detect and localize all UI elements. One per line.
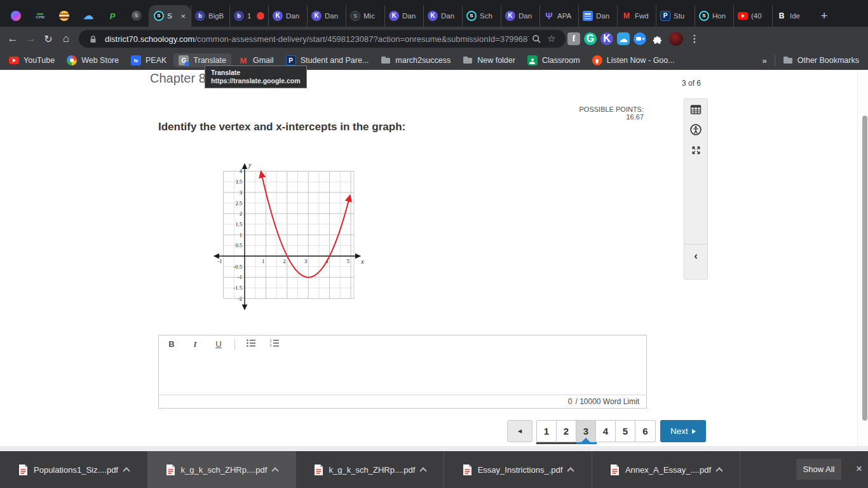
browser-tab[interactable]: SHon xyxy=(695,5,733,27)
bookmark-student[interactable]: Student and Pare... xyxy=(286,55,369,65)
page-button-2[interactable]: 2 xyxy=(557,421,576,442)
bigbluebutton-icon: b xyxy=(234,11,244,21)
pinned-tab[interactable] xyxy=(100,5,125,27)
reload-icon[interactable] xyxy=(39,30,57,48)
prev-page-button[interactable]: ◀ xyxy=(507,420,532,442)
browser-tab[interactable]: b1 xyxy=(229,5,268,27)
browser-tab[interactable]: KDan xyxy=(268,5,307,27)
pinned-tab[interactable] xyxy=(125,5,149,27)
browser-tab[interactable]: Dan xyxy=(578,5,617,27)
forward-icon[interactable] xyxy=(22,30,39,48)
pinned-tab[interactable] xyxy=(4,5,28,27)
pinned-tab[interactable] xyxy=(76,5,100,27)
numbered-list-button[interactable]: 12 xyxy=(269,338,280,350)
browser-tab[interactable]: bBigB xyxy=(191,5,229,27)
pinned-tab[interactable] xyxy=(28,5,52,27)
italic-button[interactable]: I xyxy=(190,339,200,349)
folder-icon xyxy=(381,55,391,65)
chevron-up-icon[interactable] xyxy=(715,467,722,474)
listen-icon xyxy=(592,55,602,65)
download-item[interactable]: Essay_Instrictions_.pdf xyxy=(444,451,592,488)
close-tab-icon[interactable]: × xyxy=(180,11,186,21)
svg-text:0.5: 0.5 xyxy=(235,242,242,248)
home-icon[interactable] xyxy=(57,30,75,48)
show-all-downloads-button[interactable]: Show All xyxy=(796,459,841,480)
drive-cloud-icon[interactable] xyxy=(617,32,630,45)
folder-icon xyxy=(463,55,473,65)
other-bookmarks[interactable]: Other Bookmarks xyxy=(783,55,859,65)
back-icon[interactable] xyxy=(4,30,22,48)
browser-tab[interactable]: MFwd xyxy=(617,5,656,27)
bookmark-youtube[interactable]: YouTube xyxy=(9,56,55,65)
pdf-file-icon xyxy=(314,464,323,476)
bookmarks-overflow-icon[interactable] xyxy=(763,56,767,65)
next-button[interactable]: Next xyxy=(660,420,706,442)
browser-tab[interactable]: SMic xyxy=(346,5,384,27)
browser-tab[interactable]: KDan xyxy=(501,5,539,27)
zoom-icon[interactable] xyxy=(634,32,646,45)
close-downloads-bar-icon[interactable]: × xyxy=(850,460,868,478)
pinned-tab[interactable] xyxy=(52,5,76,27)
kami-icon: K xyxy=(505,11,515,21)
tooltip-url: https://translate.google.com xyxy=(211,77,301,85)
underline-button[interactable]: U xyxy=(214,339,224,349)
download-item[interactable]: Annex_A_Essay_....pdf xyxy=(592,451,740,488)
puzzle-icon[interactable] xyxy=(650,31,665,46)
youtube-icon xyxy=(9,57,19,64)
browser-tab[interactable]: BIde xyxy=(772,5,811,27)
bookmark-label: Classroom xyxy=(542,56,580,65)
browser-tab[interactable]: KDan xyxy=(307,5,346,27)
bold-button[interactable]: B xyxy=(166,339,177,349)
kami-icon[interactable] xyxy=(600,32,613,45)
browser-tab[interactable]: PStu xyxy=(656,5,695,27)
download-item[interactable]: Populations1_Siz....pdf xyxy=(0,451,148,488)
download-item[interactable]: k_g_k_sch_ZHRp....pdf xyxy=(296,451,444,488)
chevron-up-icon[interactable] xyxy=(567,467,574,474)
question-prompt: Identify the vertex and x-intercepts in … xyxy=(158,121,405,133)
bookmark-peak[interactable]: PEAK xyxy=(131,55,166,65)
chevron-up-icon[interactable] xyxy=(123,467,130,474)
facebook-icon[interactable] xyxy=(567,32,580,45)
page-button-4[interactable]: 4 xyxy=(596,421,616,442)
calculator-button[interactable] xyxy=(684,99,707,119)
address-bar[interactable]: district70.schoology.com /common-assessm… xyxy=(79,30,566,48)
profile-avatar[interactable] xyxy=(669,32,683,46)
new-tab-button[interactable]: + xyxy=(815,6,834,25)
bookmark-listen-now[interactable]: Listen Now - Goo... xyxy=(592,55,675,65)
fullscreen-button[interactable] xyxy=(684,140,707,160)
download-filename: Annex_A_Essay_....pdf xyxy=(625,465,711,475)
svg-text:5: 5 xyxy=(347,258,349,264)
bookmark-star-icon[interactable] xyxy=(544,31,559,46)
chevron-up-icon[interactable] xyxy=(420,467,427,474)
grammarly-icon[interactable] xyxy=(584,32,597,45)
page-button-1[interactable]: 1 xyxy=(537,421,557,442)
svg-text:1.5: 1.5 xyxy=(235,221,242,227)
search-icon[interactable] xyxy=(529,31,544,46)
chevron-up-icon[interactable] xyxy=(272,467,279,474)
menu-dots-icon[interactable] xyxy=(687,31,702,46)
active-tab[interactable]: S S × xyxy=(149,5,191,27)
browser-tab[interactable]: SSch xyxy=(462,5,501,27)
svg-text:2.5: 2.5 xyxy=(235,200,242,207)
download-item[interactable]: k_g_k_sch_ZHRp....pdf xyxy=(148,451,296,488)
browser-tab[interactable]: (40 xyxy=(733,5,772,27)
svg-text:3.5: 3.5 xyxy=(235,179,242,185)
pdf-file-icon xyxy=(463,464,472,476)
bookmark-new-folder[interactable]: New folder xyxy=(463,55,515,65)
bookmark-classroom[interactable]: Classroom xyxy=(527,55,580,65)
accessibility-button[interactable] xyxy=(684,119,707,140)
bookmark-webstore[interactable]: Web Store xyxy=(67,55,119,65)
browser-tab[interactable]: ΨAPA xyxy=(539,5,578,27)
page-button-5[interactable]: 5 xyxy=(616,421,635,442)
page-button-6[interactable]: 6 xyxy=(635,421,655,442)
bullet-list-button[interactable] xyxy=(246,338,256,350)
bookmark-gmail[interactable]: Gmail xyxy=(238,55,274,65)
current-page-caret xyxy=(581,438,590,442)
browser-tab[interactable]: KDan xyxy=(384,5,423,27)
schoology-icon: S xyxy=(154,11,164,21)
browser-tab[interactable]: KDan xyxy=(423,5,462,27)
scrollbar-thumb[interactable] xyxy=(862,116,867,421)
answer-text-area[interactable] xyxy=(159,353,646,395)
bookmark-march2success[interactable]: march2success xyxy=(381,55,451,65)
collapse-panel-button[interactable]: ‹ xyxy=(684,247,707,266)
